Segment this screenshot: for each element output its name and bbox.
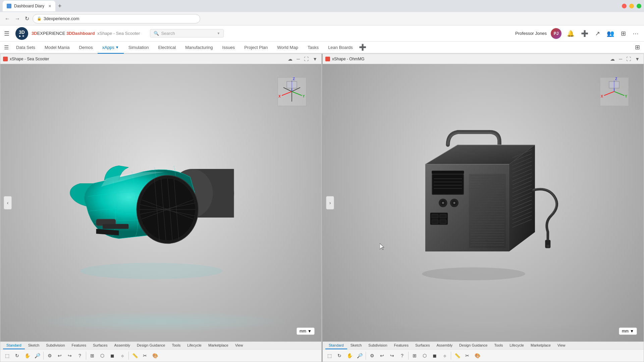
right-tab-view[interactable]: View — [554, 342, 569, 349]
window-minimize-button[interactable] — [629, 4, 634, 8]
rtool-zoom[interactable]: 🔎 — [355, 351, 364, 360]
right-tab-tools[interactable]: Tools — [491, 342, 506, 349]
window-maximize-button[interactable] — [637, 4, 641, 8]
right-tab-design-guidance[interactable]: Design Guidance — [456, 342, 491, 349]
window-close-button[interactable] — [622, 4, 627, 8]
right-minimize-button[interactable]: ─ — [618, 56, 624, 62]
rtool-shaded[interactable]: ◼ — [430, 351, 439, 360]
right-unit-dropdown[interactable]: mm ▼ — [619, 327, 637, 335]
tool-rotate[interactable]: ↻ — [12, 351, 22, 360]
nav-item-manufacturing[interactable]: Manufacturing — [180, 42, 217, 54]
right-tab-surfaces[interactable]: Surfaces — [412, 342, 433, 349]
rtool-render[interactable]: 🎨 — [473, 351, 482, 360]
tool-wireframe[interactable]: ⬡ — [98, 351, 107, 360]
left-tab-standard[interactable]: Standard — [3, 342, 25, 349]
left-unit-dropdown[interactable]: mm ▼ — [297, 327, 315, 335]
tool-zoom[interactable]: 🔎 — [33, 351, 42, 360]
tool-measure[interactable]: 📏 — [130, 351, 140, 360]
nav-hamburger[interactable]: ☰ — [4, 42, 9, 53]
left-tab-marketplace[interactable]: Marketplace — [205, 342, 232, 349]
share-button[interactable]: ↗ — [594, 28, 601, 39]
rtool-rotate[interactable]: ↻ — [335, 351, 344, 360]
tool-undo[interactable]: ↩ — [55, 351, 64, 360]
search-input[interactable]: Search — [161, 31, 215, 36]
rtool-undo[interactable]: ↩ — [377, 351, 387, 360]
nav-item-leanboards[interactable]: Lean Boards — [323, 42, 358, 54]
right-tab-subdivision[interactable]: Subdivision — [365, 342, 390, 349]
left-tab-subdivision[interactable]: Subdivision — [43, 342, 68, 349]
tool-section[interactable]: ✂ — [140, 351, 150, 360]
right-chevron-button[interactable]: ▼ — [634, 56, 641, 62]
right-tab-marketplace[interactable]: Marketplace — [527, 342, 554, 349]
left-tab-view[interactable]: View — [232, 342, 247, 349]
rtool-perspective[interactable]: ⟐ — [440, 351, 449, 360]
add-button[interactable]: ➕ — [580, 28, 590, 39]
nav-item-demos[interactable]: Demos — [74, 42, 98, 54]
left-tab-sketch[interactable]: Sketch — [25, 342, 43, 349]
tool-shaded[interactable]: ◼ — [108, 351, 117, 360]
left-tab-surfaces[interactable]: Surfaces — [90, 342, 111, 349]
tool-redo[interactable]: ↪ — [65, 351, 74, 360]
nav-item-projectplan[interactable]: Project Plan — [239, 42, 272, 54]
notifications-button[interactable]: 🔔 — [566, 28, 576, 39]
forward-button[interactable]: → — [13, 14, 21, 23]
tool-select[interactable]: ⬚ — [2, 351, 12, 360]
tool-settings[interactable]: ⚙ — [45, 351, 54, 360]
right-tab-lifecycle[interactable]: Lifecycle — [506, 342, 527, 349]
refresh-button[interactable]: ↻ — [23, 14, 31, 23]
rtool-pan[interactable]: ✋ — [345, 351, 354, 360]
tool-grid[interactable]: ⊞ — [88, 351, 97, 360]
search-dropdown-icon[interactable]: ▼ — [217, 32, 220, 35]
nav-item-issues[interactable]: Issues — [218, 42, 240, 54]
tool-help[interactable]: ? — [75, 351, 85, 360]
nav-grid-button[interactable]: ⊞ — [635, 42, 640, 53]
left-tab-design-guidance[interactable]: Design Guidance — [133, 342, 168, 349]
right-panel-nav-right[interactable]: › — [326, 196, 334, 209]
nav-item-worldmap[interactable]: World Map — [272, 42, 303, 54]
search-bar[interactable]: 🔍 Search ▼ — [150, 29, 224, 38]
rtool-measure[interactable]: 📏 — [452, 351, 462, 360]
more-options-button[interactable]: ⋯ — [631, 28, 640, 39]
new-tab-button[interactable]: + — [58, 3, 62, 10]
right-tab-sketch[interactable]: Sketch — [347, 342, 365, 349]
grid-apps-button[interactable]: ⊞ — [620, 28, 627, 39]
nav-item-electrical[interactable]: Electrical — [153, 42, 180, 54]
right-viewport[interactable]: › Z X Y — [323, 64, 644, 342]
left-tab-lifecycle[interactable]: Lifecycle — [184, 342, 205, 349]
left-viewport[interactable]: ‹ Z X Y — [0, 64, 321, 342]
right-tab-features[interactable]: Features — [391, 342, 412, 349]
left-cloud-button[interactable]: ☁ — [286, 56, 294, 62]
tool-pan[interactable]: ✋ — [22, 351, 32, 360]
left-tab-features[interactable]: Features — [68, 342, 90, 349]
rtool-section[interactable]: ✂ — [463, 351, 472, 360]
nav-item-datasets[interactable]: Data Sets — [11, 42, 40, 54]
browser-tab[interactable]: Dashboard Diary ✕ — [3, 1, 55, 11]
nav-item-modelmania[interactable]: Model Mania — [40, 42, 74, 54]
right-tab-standard[interactable]: Standard — [325, 342, 347, 349]
rtool-redo[interactable]: ↪ — [387, 351, 397, 360]
address-bar[interactable]: 🔒 3dexperience.com — [33, 14, 200, 23]
right-expand-button[interactable]: ⛶ — [625, 56, 632, 62]
left-tab-tools[interactable]: Tools — [168, 342, 184, 349]
tool-render[interactable]: 🎨 — [150, 351, 160, 360]
left-chevron-button[interactable]: ▼ — [311, 56, 319, 62]
left-tab-assembly[interactable]: Assembly — [111, 342, 133, 349]
rtool-grid[interactable]: ⊞ — [410, 351, 419, 360]
nav-item-xapps[interactable]: xApps ▼ — [98, 42, 124, 54]
tab-close-button[interactable]: ✕ — [48, 4, 51, 8]
left-panel-nav-left[interactable]: ‹ — [4, 196, 12, 209]
tool-perspective[interactable]: ⟐ — [118, 351, 127, 360]
right-cloud-button[interactable]: ☁ — [609, 56, 616, 62]
rtool-select[interactable]: ⬚ — [325, 351, 334, 360]
right-tab-assembly[interactable]: Assembly — [433, 342, 456, 349]
left-expand-button[interactable]: ⛶ — [303, 56, 310, 62]
rtool-help[interactable]: ? — [397, 351, 407, 360]
left-minimize-button[interactable]: ─ — [295, 56, 301, 62]
rtool-wireframe[interactable]: ⬡ — [420, 351, 429, 360]
menu-button[interactable]: ☰ — [4, 30, 9, 37]
collaborate-button[interactable]: 👥 — [605, 28, 615, 39]
nav-item-simulation[interactable]: Simulation — [124, 42, 154, 54]
back-button[interactable]: ← — [3, 14, 11, 23]
nav-add-button[interactable]: ➕ — [359, 42, 366, 53]
rtool-settings[interactable]: ⚙ — [367, 351, 377, 360]
